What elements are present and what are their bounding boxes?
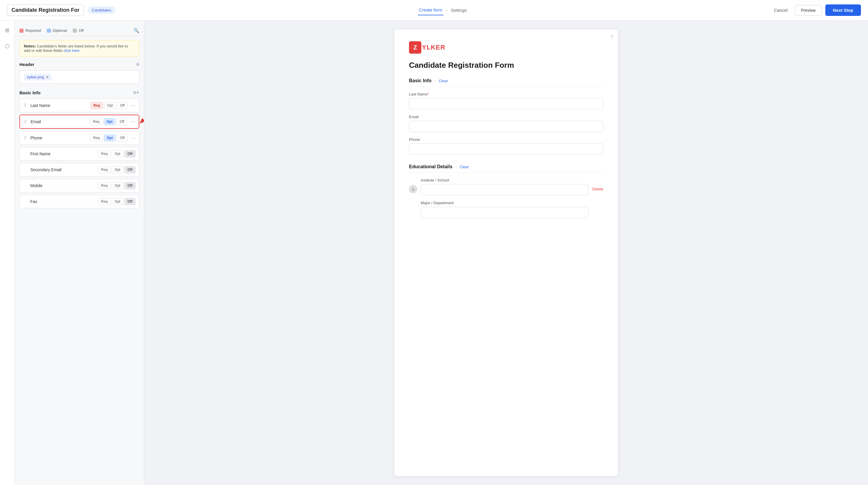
field-name-secondary-email: Secondary Email xyxy=(30,167,96,172)
field-row-fax: ⠿ Fax Req Opt Off xyxy=(20,195,139,208)
help-icon[interactable]: ? xyxy=(610,34,613,40)
search-button[interactable]: 🔍 xyxy=(133,28,139,33)
field-row-email: ⠿ Email Req Opt Off ··· xyxy=(20,115,139,129)
preview-input-last-name[interactable] xyxy=(409,98,603,109)
field-controls-fax: Req Opt Off xyxy=(98,198,135,205)
next-step-button[interactable]: Next Step xyxy=(825,4,861,16)
off-btn-secondary-email[interactable]: Off xyxy=(125,166,135,173)
layout-icon[interactable]: ⊞ xyxy=(3,25,11,35)
basic-info-menu-icon[interactable]: ≡+ xyxy=(133,90,139,96)
drag-handle-last-name[interactable]: ⠿ xyxy=(23,103,27,108)
off-btn-email[interactable]: Off xyxy=(117,118,127,125)
form-title-input[interactable] xyxy=(7,4,84,16)
opt-btn-secondary-email[interactable]: Opt xyxy=(112,166,123,173)
field-name-phone: Phone xyxy=(30,136,88,140)
off-btn-phone[interactable]: Off xyxy=(117,134,127,141)
preview-input-email[interactable] xyxy=(409,121,603,132)
field-controls-last-name: Req Opt Off xyxy=(90,102,127,109)
top-nav: Create form › Settings xyxy=(116,5,771,15)
tab-settings[interactable]: Settings xyxy=(450,5,468,15)
field-row-phone: ⠿ Phone Req Opt Off ··· xyxy=(20,131,139,145)
file-name: zylker.png xyxy=(27,75,44,79)
opt-btn-phone[interactable]: Opt xyxy=(104,134,116,141)
preview-input-institute[interactable] xyxy=(421,184,589,195)
preview-input-major[interactable] xyxy=(421,207,589,218)
header-section-title: Header xyxy=(20,62,34,67)
off-label: Off xyxy=(79,28,84,33)
drag-handle-mobile: ⠿ xyxy=(23,183,27,189)
basic-info-preview-title: Basic Info xyxy=(409,78,431,83)
notes-box: Notes: Candidate's fields are listed bel… xyxy=(20,40,139,57)
off-btn-last-name[interactable]: Off xyxy=(117,102,127,109)
req-btn-first-name[interactable]: Req xyxy=(98,150,111,158)
field-controls-first-name: Req Opt Off xyxy=(98,150,135,158)
off-btn-fax[interactable]: Off xyxy=(125,198,135,205)
drag-handle-phone[interactable]: ⠿ xyxy=(23,135,27,141)
edu-delete-link[interactable]: Delete xyxy=(592,187,603,191)
more-btn-email[interactable]: ··· xyxy=(131,119,135,125)
off-btn-mobile[interactable]: Off xyxy=(125,182,135,189)
cancel-button[interactable]: Cancel xyxy=(770,5,791,15)
opt-btn-first-name[interactable]: Opt xyxy=(112,150,123,158)
legend-optional: Optional xyxy=(47,28,67,33)
edu-details-preview-section: Educational Details - Clear 1 Institute … xyxy=(409,164,603,223)
field-row-secondary-email: ⠿ Secondary Email Req Opt Off xyxy=(20,163,139,176)
required-dot xyxy=(20,29,24,33)
field-controls-secondary-email: Req Opt Off xyxy=(98,166,135,173)
notes-link[interactable]: click here xyxy=(63,48,80,53)
field-row-first-name: ⠿ First Name Req Opt Off xyxy=(20,147,139,161)
drag-handle-fax: ⠿ xyxy=(23,199,27,204)
req-btn-last-name[interactable]: Req xyxy=(90,102,103,109)
opt-btn-email[interactable]: Opt xyxy=(104,118,116,125)
required-label: Required xyxy=(25,28,41,33)
edu-details-clear-link[interactable]: Clear xyxy=(460,165,469,169)
drop-icon[interactable]: ⬡ xyxy=(3,41,11,51)
optional-dot xyxy=(47,29,51,33)
legend-off: Off xyxy=(73,28,84,33)
req-btn-mobile[interactable]: Req xyxy=(98,182,111,189)
edu-details-dash: - xyxy=(456,164,457,169)
field-controls-mobile: Req Opt Off xyxy=(98,182,135,189)
main-layout: ⊞ ⬡ Required Optional Off 🔍 Notes: Candi… xyxy=(0,21,868,485)
req-btn-email[interactable]: Req xyxy=(90,118,102,125)
drag-handle-first-name: ⠿ xyxy=(23,151,27,157)
preview-label-last-name: Last Name* xyxy=(409,92,603,96)
req-btn-fax[interactable]: Req xyxy=(98,198,111,205)
optional-label: Optional xyxy=(53,28,67,33)
form-main-title: Candidate Registration Form xyxy=(409,61,603,70)
drag-handle-email[interactable]: ⠿ xyxy=(24,119,27,125)
preview-label-phone: Phone xyxy=(409,137,603,142)
edu-entry-1: 1 Institute / School Major / Department … xyxy=(409,178,603,223)
opt-btn-last-name[interactable]: Opt xyxy=(104,102,116,109)
field-row-mobile: ⠿ Mobile Req Opt Off xyxy=(20,179,139,192)
nav-chevron-icon: › xyxy=(446,8,447,13)
logo-box: Z xyxy=(409,41,421,54)
off-dot xyxy=(73,29,77,33)
basic-info-title: Basic Info xyxy=(20,90,41,95)
more-btn-last-name[interactable]: ··· xyxy=(131,103,135,109)
preview-field-major: Major / Department xyxy=(421,201,589,218)
notes-label: Notes: xyxy=(24,44,36,48)
field-name-last-name: Last Name xyxy=(30,103,88,108)
opt-btn-mobile[interactable]: Opt xyxy=(112,182,123,189)
preview-field-phone: Phone xyxy=(409,137,603,155)
field-name-mobile: Mobile xyxy=(30,183,96,188)
tab-create-form[interactable]: Create form xyxy=(418,5,443,15)
right-panel: ? Z YLKER Candidate Registration Form Ba… xyxy=(144,21,868,485)
req-btn-secondary-email[interactable]: Req xyxy=(98,166,111,173)
more-btn-phone[interactable]: ··· xyxy=(131,135,135,141)
required-star-last-name: * xyxy=(428,92,429,96)
form-preview: ? Z YLKER Candidate Registration Form Ba… xyxy=(394,29,618,476)
preview-button[interactable]: Preview xyxy=(795,5,822,16)
req-btn-phone[interactable]: Req xyxy=(90,134,103,141)
basic-info-clear-link[interactable]: Clear xyxy=(439,79,448,83)
preview-label-institute: Institute / School xyxy=(421,178,589,182)
off-btn-first-name[interactable]: Off xyxy=(125,150,135,158)
header-section-menu-icon[interactable]: ≡ xyxy=(136,61,139,67)
preview-field-email: Email xyxy=(409,115,603,132)
file-remove-icon[interactable]: ✕ xyxy=(46,75,49,79)
field-name-email: Email xyxy=(31,119,88,124)
preview-field-institute: Institute / School xyxy=(421,178,589,195)
opt-btn-fax[interactable]: Opt xyxy=(112,198,123,205)
preview-input-phone[interactable] xyxy=(409,143,603,155)
